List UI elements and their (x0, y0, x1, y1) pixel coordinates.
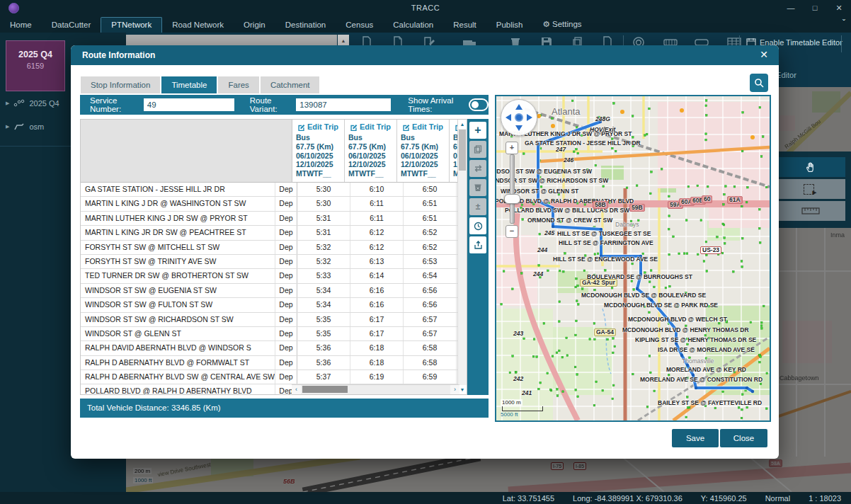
time-cell[interactable]: 5:36 (297, 341, 350, 355)
time-cell[interactable]: 5:30 (297, 197, 350, 210)
time-cell[interactable]: 6:10 (350, 183, 404, 196)
table-row[interactable]: GA STATE STATION - JESSE HILL JR DRDep5:… (81, 183, 459, 197)
horizontal-scrollbar[interactable]: ‹ › (292, 384, 459, 394)
table-row[interactable]: TED TURNER DR SW @ BROTHERTON ST SWDep5:… (81, 269, 459, 283)
table-row[interactable]: RALPH D ABERNATHY BLVD SW @ CENTRAL AVE … (81, 370, 459, 384)
time-cell[interactable]: 5:31 (297, 226, 350, 239)
table-row[interactable]: MARTIN L KING J DR @ WASHINGTON ST SWDep… (81, 197, 459, 211)
measure-tool-button[interactable] (776, 201, 845, 221)
time-cell[interactable]: 5:35 (297, 313, 350, 326)
tab-timetable[interactable]: Timetable (161, 76, 217, 93)
time-cell[interactable]: 6:58 (404, 356, 457, 370)
pan-down-icon[interactable] (515, 125, 522, 131)
service-number-input[interactable] (144, 98, 234, 111)
zoom-in-button[interactable]: + (506, 142, 518, 154)
time-cell[interactable]: 6:59 (404, 370, 457, 384)
zoom-slider-track[interactable] (510, 154, 515, 224)
ribbon-tab-calculation[interactable]: Calculation (383, 18, 443, 33)
time-cell[interactable]: 6:14 (350, 269, 404, 282)
scroll-right-icon[interactable]: › (450, 385, 459, 394)
export-trips-button[interactable] (469, 236, 486, 253)
ribbon-tab-destination[interactable]: Destination (275, 18, 336, 33)
time-cell[interactable]: 6:57 (404, 327, 457, 340)
show-arrival-times-toggle[interactable] (469, 98, 489, 111)
time-cell[interactable]: 6:58 (404, 341, 457, 355)
search-button[interactable] (750, 74, 768, 92)
time-cell[interactable]: 6:19 (350, 370, 404, 384)
time-cell[interactable]: 6:54 (404, 269, 457, 282)
time-cell[interactable]: 5:35 (297, 327, 350, 340)
close-button[interactable]: Close (720, 429, 767, 447)
expander-icon[interactable]: ▶ (6, 124, 9, 130)
pan-tool-button[interactable] (776, 157, 845, 177)
time-cell[interactable]: 6:52 (404, 226, 457, 239)
table-row[interactable]: WINDSOR ST SW @ FULTON ST SWDep5:346:166… (81, 298, 459, 312)
adjust-times-button[interactable]: ± (469, 198, 486, 215)
ribbon-tab-home[interactable]: Home (0, 18, 42, 33)
time-settings-button[interactable] (469, 217, 486, 234)
route-map-panel[interactable]: AtlantaMARTIN LUTHER KING J DR SW @ PRYO… (495, 95, 771, 422)
table-row[interactable]: FORSYTH ST SW @ MITCHELL ST SWDep5:326:1… (81, 241, 459, 255)
time-cell[interactable]: 5:37 (297, 370, 350, 384)
time-cell[interactable]: 6:12 (350, 226, 404, 239)
pan-up-icon[interactable] (515, 104, 522, 110)
time-cell[interactable]: 6:51 (404, 197, 457, 210)
time-cell[interactable]: 6:53 (404, 255, 457, 268)
scenario-tile-2025-q4[interactable]: 2025 Q4 6159 (6, 40, 65, 91)
time-cell[interactable]: 5:32 (297, 241, 350, 254)
zoom-slider-handle[interactable] (504, 194, 520, 204)
pan-center-icon[interactable] (515, 113, 523, 122)
ribbon-tab-datacutter[interactable]: DataCutter (42, 18, 101, 33)
save-button[interactable]: Save (672, 429, 719, 447)
reverse-trip-button[interactable] (469, 160, 486, 177)
table-row[interactable]: WINDSOR ST SW @ RICHARDSON ST SWDep5:356… (81, 313, 459, 327)
ribbon-tab-road-network[interactable]: Road Network (162, 18, 234, 33)
maximize-button[interactable]: □ (803, 0, 827, 16)
ribbon-tab-settings[interactable]: ⚙ Settings (533, 16, 592, 33)
ribbon-tab-origin[interactable]: Origin (234, 18, 275, 33)
route-variant-input[interactable] (296, 98, 391, 111)
time-cell[interactable]: 6:16 (350, 284, 404, 297)
time-cell[interactable]: 6:11 (350, 212, 404, 225)
delete-trip-button[interactable] (469, 179, 486, 196)
time-cell[interactable]: 5:31 (297, 212, 350, 225)
time-cell[interactable]: 6:17 (350, 327, 404, 340)
time-cell[interactable]: 6:16 (350, 298, 404, 311)
time-cell[interactable]: 6:51 (404, 212, 457, 225)
tab-stop-information[interactable]: Stop Information (81, 76, 160, 93)
time-cell[interactable]: 6:11 (350, 197, 404, 210)
scroll-left-icon[interactable]: ‹ (292, 385, 301, 394)
scroll-up-icon[interactable]: ▲ (458, 120, 467, 129)
time-cell[interactable]: 6:56 (404, 298, 457, 311)
collapse-ribbon-icon[interactable]: ˇ (843, 18, 845, 28)
expander-icon[interactable]: ▶ (6, 101, 9, 106)
time-cell[interactable]: 5:32 (297, 255, 350, 268)
edit-trip-button[interactable]: Edit Trip (350, 122, 396, 131)
copy-trip-button[interactable] (469, 141, 486, 158)
zoom-out-button[interactable]: − (506, 225, 518, 238)
time-cell[interactable]: 6:13 (350, 255, 404, 268)
ribbon-tab-publish[interactable]: Publish (486, 18, 533, 33)
table-row[interactable]: FORSYTH ST SW @ TRINITY AVE SWDep5:326:1… (81, 255, 459, 269)
ribbon-tab-census[interactable]: Census (336, 18, 383, 33)
select-tool-button[interactable]: ► (776, 179, 845, 199)
tab-catchment[interactable]: Catchment (261, 76, 320, 93)
time-cell[interactable]: 6:56 (404, 284, 457, 297)
minimize-button[interactable]: — (779, 0, 803, 16)
pan-right-icon[interactable] (527, 114, 532, 121)
time-cell[interactable]: 6:52 (404, 241, 457, 254)
time-cell[interactable]: 6:18 (350, 341, 404, 355)
add-trip-button[interactable]: + (469, 122, 486, 139)
dialog-title-bar[interactable]: Route Information ✕ (71, 45, 779, 65)
tab-fares[interactable]: Fares (218, 76, 258, 93)
table-row[interactable]: MARTIN LUTHER KING J DR SW @ PRYOR STDep… (81, 212, 459, 226)
ribbon-tab-result[interactable]: Result (443, 18, 486, 33)
table-row[interactable]: RALPH DAVID ABERNATH BLVD @ WINDSOR SDep… (81, 341, 459, 355)
time-cell[interactable]: 5:33 (297, 269, 350, 282)
edit-trip-button[interactable]: Edit Trip (297, 122, 344, 131)
time-cell[interactable]: 5:30 (297, 183, 350, 196)
ribbon-tab-ptnetwork[interactable]: PTNetwork (101, 17, 162, 33)
time-cell[interactable]: 6:57 (404, 313, 457, 326)
vertical-scrollbar[interactable]: ▲ ▼ (457, 120, 467, 394)
pan-compass-control[interactable] (501, 99, 537, 136)
